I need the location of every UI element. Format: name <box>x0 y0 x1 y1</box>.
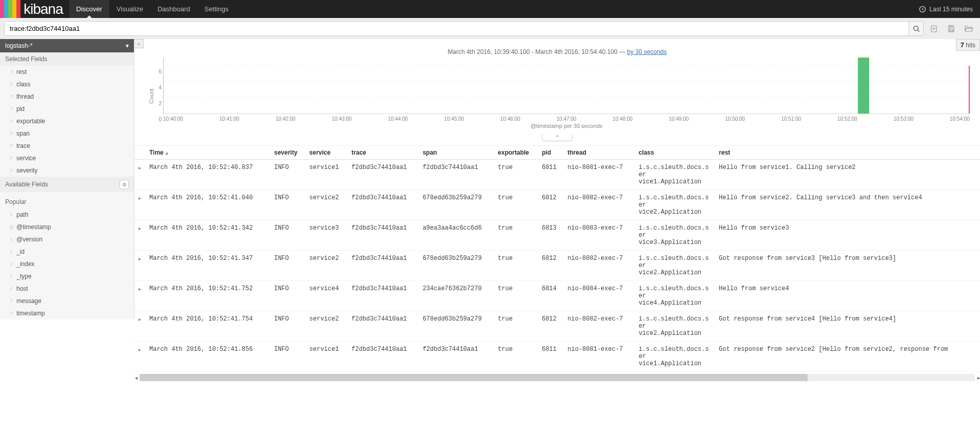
cell-severity: INFO <box>270 251 305 281</box>
column-header-severity[interactable]: severity <box>270 146 305 160</box>
column-header-pid[interactable]: pid <box>538 146 563 160</box>
ytick: 4 <box>159 84 162 90</box>
cell-span: 678edd63b259a279 <box>419 311 494 342</box>
cell-time: March 4th 2016, 10:52:41.754 <box>145 311 270 342</box>
query-input[interactable] <box>5 22 909 35</box>
nav-visualize[interactable]: Visualize <box>109 0 150 18</box>
field-name-label: span <box>16 130 30 137</box>
field-name-label: @version <box>16 236 43 243</box>
save-search-button[interactable] <box>944 22 958 36</box>
cell-pid: 6812 <box>538 311 563 342</box>
selected-field-severity[interactable]: ?severity <box>0 164 134 177</box>
available-field-host[interactable]: thost <box>0 283 134 295</box>
column-header-rest[interactable]: rest <box>715 146 980 160</box>
index-pattern-selector[interactable]: logstash-* ▾ <box>0 39 134 52</box>
horizontal-scrollbar[interactable]: ◂ ▸ <box>140 374 975 381</box>
selected-field-rest[interactable]: ?rest <box>0 66 134 78</box>
field-type-icon: ? <box>9 143 13 148</box>
available-field-index[interactable]: t_index <box>0 258 134 270</box>
column-header-exportable[interactable]: exportable <box>494 146 538 160</box>
cell-service: service3 <box>305 220 347 251</box>
cell-severity: INFO <box>270 160 305 190</box>
load-search-button[interactable] <box>962 22 976 36</box>
histogram-collapse-handle[interactable]: ⌃ <box>542 134 573 141</box>
selected-field-pid[interactable]: ?pid <box>0 103 134 115</box>
cell-time: March 4th 2016, 10:52:41.752 <box>145 281 270 311</box>
cell-span: 234cae76362b7270 <box>419 281 494 311</box>
field-type-icon: t <box>9 249 13 254</box>
nav-settings[interactable]: Settings <box>198 0 236 18</box>
clock-icon <box>919 6 926 13</box>
xtick: 10:49:00 <box>669 116 689 122</box>
gear-icon: ⚙ <box>122 182 127 187</box>
cell-rest: Hello from service1. Calling service2 <box>715 160 980 190</box>
available-field-message[interactable]: ?message <box>0 295 134 307</box>
field-name-label: _id <box>16 248 25 255</box>
histogram-bar[interactable] <box>858 58 869 114</box>
available-field-path[interactable]: tpath <box>0 209 134 221</box>
cell-pid: 6811 <box>538 160 563 190</box>
ytick: 2 <box>159 100 162 106</box>
field-type-icon: t <box>9 274 13 279</box>
field-settings-button[interactable]: ⚙ <box>120 180 129 189</box>
nav-dashboard[interactable]: Dashboard <box>150 0 198 18</box>
cell-thread: nio-8081-exec-7 <box>563 342 635 372</box>
available-field-id[interactable]: t_id <box>0 246 134 258</box>
field-name-label: timestamp <box>16 310 45 317</box>
selected-field-trace[interactable]: ?trace <box>0 140 134 152</box>
column-header-service[interactable]: service <box>305 146 347 160</box>
query-search-button[interactable] <box>909 22 923 35</box>
collapse-sidebar-handle[interactable]: ‹ <box>134 39 144 48</box>
selected-field-exportable[interactable]: ?exportable <box>0 115 134 127</box>
expand-row-toggle[interactable]: ▸ <box>139 165 141 171</box>
scroll-thumb[interactable] <box>140 374 808 381</box>
chevron-up-icon: ⌃ <box>555 135 559 140</box>
histogram-chart[interactable]: 0246 <box>163 58 970 114</box>
expand-row-toggle[interactable]: ▸ <box>139 286 141 292</box>
column-header-class[interactable]: class <box>635 146 715 160</box>
field-type-icon: t <box>9 261 13 267</box>
selected-field-service[interactable]: ?service <box>0 152 134 164</box>
column-header-span[interactable]: span <box>419 146 494 160</box>
cell-service: service2 <box>305 251 347 281</box>
xtick: 10:48:00 <box>613 116 633 122</box>
interval-link[interactable]: by 30 seconds <box>627 48 667 55</box>
cell-trace: f2dbd3c74410aa1 <box>347 220 419 251</box>
cell-severity: INFO <box>270 190 305 220</box>
scroll-right-arrow-icon[interactable]: ▸ <box>975 374 980 381</box>
selected-field-thread[interactable]: ?thread <box>0 90 134 103</box>
expand-row-toggle[interactable]: ▸ <box>139 316 141 322</box>
cell-rest: Got response from service4 [Hello from s… <box>715 311 980 342</box>
xtick: 10:47:00 <box>557 116 577 122</box>
time-picker[interactable]: Last 15 minutes <box>912 0 980 18</box>
expand-row-toggle[interactable]: ▸ <box>139 225 141 231</box>
new-search-button[interactable] <box>927 22 941 36</box>
scroll-left-arrow-icon[interactable]: ◂ <box>132 374 140 381</box>
available-field-type[interactable]: t_type <box>0 270 134 283</box>
table-row: ▸March 4th 2016, 10:52:41.856INFOservice… <box>134 342 980 372</box>
popular-fields-header: Popular <box>0 192 134 209</box>
field-name-label: service <box>16 155 36 162</box>
cell-pid: 6813 <box>538 220 563 251</box>
available-field-timestamp[interactable]: @timestamp <box>0 221 134 233</box>
available-field-version[interactable]: t@version <box>0 233 134 246</box>
field-type-icon: t <box>9 286 13 291</box>
cell-thread: nio-8082-exec-7 <box>563 190 635 220</box>
expand-row-toggle[interactable]: ▸ <box>139 256 141 261</box>
expand-row-toggle[interactable]: ▸ <box>139 347 141 352</box>
column-header-thread[interactable]: thread <box>563 146 635 160</box>
cell-service: service2 <box>305 311 347 342</box>
expand-row-toggle[interactable]: ▸ <box>139 195 141 201</box>
cell-time: March 4th 2016, 10:52:40.837 <box>145 160 270 190</box>
field-name-label: message <box>16 297 42 305</box>
column-header-trace[interactable]: trace <box>347 146 419 160</box>
selected-field-class[interactable]: ?class <box>0 78 134 90</box>
xtick: 10:45:00 <box>444 116 464 122</box>
field-name-label: thread <box>16 93 34 100</box>
nav-discover[interactable]: Discover <box>69 0 110 18</box>
cell-pid: 6814 <box>538 281 563 311</box>
xtick: 10:44:00 <box>388 116 408 122</box>
selected-field-span[interactable]: ?span <box>0 127 134 140</box>
column-header-time[interactable]: Time▲ <box>145 146 270 160</box>
available-field-timestamp[interactable]: ?timestamp <box>0 307 134 319</box>
